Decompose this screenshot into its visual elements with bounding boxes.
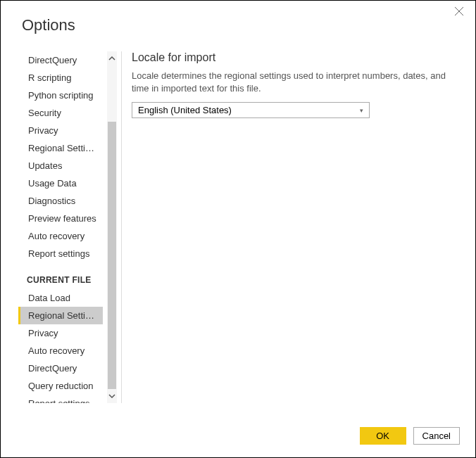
chevron-up-icon [108, 55, 115, 62]
sidebar-section-header: CURRENT FILE [18, 262, 103, 289]
sidebar-item-usage-data[interactable]: Usage Data [18, 174, 103, 192]
main-heading: Locale for import [132, 51, 454, 64]
main-description: Locale determines the regional settings … [132, 70, 454, 95]
sidebar-item-security[interactable]: Security [18, 104, 103, 122]
sidebar-item-directquery-file[interactable]: DirectQuery [18, 360, 103, 377]
sidebar-item-r-scripting[interactable]: R scripting [18, 69, 103, 87]
scroll-up-button[interactable] [107, 51, 117, 65]
sidebar-item-auto-recovery-file[interactable]: Auto recovery [18, 342, 103, 360]
sidebar-item-regional-settings[interactable]: Regional Settings [18, 139, 103, 157]
dropdown-value: English (United States) [138, 105, 232, 115]
dialog-title: Options [1, 1, 475, 34]
cancel-button[interactable]: Cancel [413, 427, 460, 445]
sidebar-item-auto-recovery[interactable]: Auto recovery [18, 227, 103, 245]
sidebar-item-directquery[interactable]: DirectQuery [18, 51, 103, 69]
chevron-down-icon: ▾ [360, 107, 363, 114]
sidebar-item-data-load[interactable]: Data Load [18, 289, 103, 307]
sidebar-item-privacy-file[interactable]: Privacy [18, 324, 103, 342]
sidebar-item-report-settings-file[interactable]: Report settings [18, 395, 103, 403]
sidebar-item-report-settings[interactable]: Report settings [18, 245, 103, 262]
close-button[interactable] [454, 6, 467, 19]
vertical-divider [121, 51, 122, 403]
scrollbar[interactable] [107, 51, 117, 403]
close-icon [454, 6, 464, 16]
sidebar-item-python-scripting[interactable]: Python scripting [18, 87, 103, 104]
sidebar-item-privacy[interactable]: Privacy [18, 122, 103, 139]
sidebar: DirectQuery R scripting Python scripting… [18, 51, 117, 403]
sidebar-item-updates[interactable]: Updates [18, 157, 103, 174]
sidebar-item-regional-settings-file[interactable]: Regional Settings [18, 307, 103, 324]
locale-dropdown[interactable]: English (United States) ▾ [132, 102, 370, 118]
scroll-down-button[interactable] [107, 389, 117, 403]
sidebar-item-preview-features[interactable]: Preview features [18, 210, 103, 227]
scroll-thumb[interactable] [108, 122, 116, 389]
ok-button[interactable]: OK [360, 427, 406, 445]
sidebar-item-query-reduction[interactable]: Query reduction [18, 377, 103, 395]
chevron-down-icon [108, 393, 115, 400]
content-area: DirectQuery R scripting Python scripting… [1, 51, 475, 417]
main-panel: Locale for import Locale determines the … [132, 51, 475, 417]
sidebar-item-diagnostics[interactable]: Diagnostics [18, 192, 103, 210]
footer: OK Cancel [360, 427, 460, 445]
